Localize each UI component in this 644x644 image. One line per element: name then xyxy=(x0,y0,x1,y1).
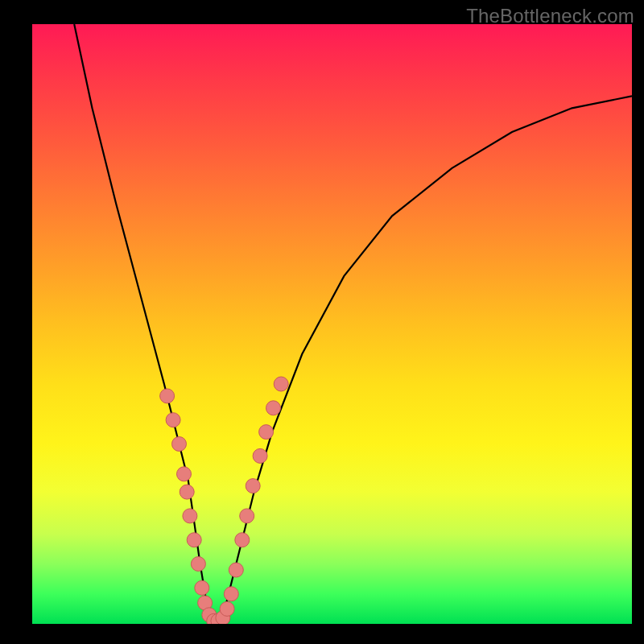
plot-area xyxy=(32,24,632,624)
watermark-text: TheBottleneck.com xyxy=(466,5,634,27)
highlight-dot xyxy=(166,413,180,427)
highlight-dots xyxy=(160,377,289,624)
highlight-dot xyxy=(191,557,205,572)
highlight-dot xyxy=(160,389,175,403)
bottleneck-curve xyxy=(74,24,632,624)
curve-layer xyxy=(32,24,632,624)
highlight-dot xyxy=(195,580,209,595)
highlight-dot xyxy=(246,479,260,493)
highlight-dot xyxy=(274,377,288,391)
chart-frame: TheBottleneck.com xyxy=(0,0,644,644)
highlight-dot xyxy=(177,467,192,481)
highlight-dot xyxy=(240,509,254,523)
highlight-dot xyxy=(172,437,187,452)
highlight-dot xyxy=(220,601,234,616)
highlight-dot xyxy=(224,587,238,601)
highlight-dot xyxy=(183,509,197,523)
highlight-dot xyxy=(259,425,274,440)
highlight-dot xyxy=(187,533,201,547)
highlight-dot xyxy=(266,401,281,415)
highlight-dot xyxy=(180,485,194,499)
highlight-dot xyxy=(235,533,250,547)
highlight-dot xyxy=(229,563,243,577)
highlight-dot xyxy=(253,448,267,463)
